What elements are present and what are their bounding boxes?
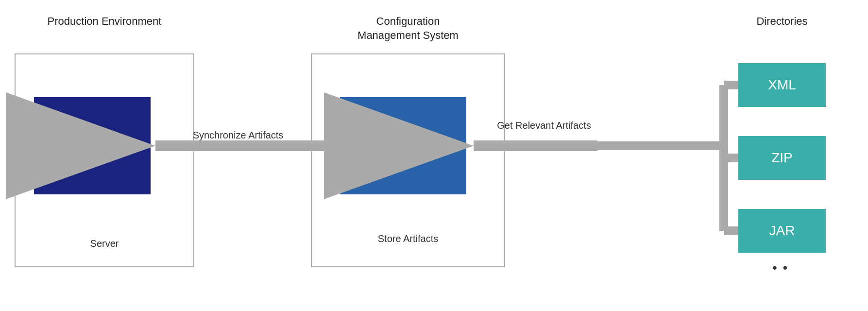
directories-label: Directories [729,15,835,29]
xml-dir-box: XML [738,63,826,107]
get-relevant-artifacts-label: Get Relevant Artifacts [495,119,593,132]
config-mgmt-label: ConfigurationManagement System [301,15,515,42]
synchronize-artifacts-label: Synchronize Artifacts [175,129,301,141]
more-dirs-dots: • • [772,260,788,276]
jar-dir-box: JAR [738,209,826,253]
deploying-artifacts-block: Deploying Artifacts [34,97,151,194]
server-label: Server [15,238,194,249]
puppet-master-block: Puppet Master [340,97,466,194]
diagram-container: Production Environment ConfigurationMana… [0,0,868,311]
store-artifacts-label: Store Artifacts [311,233,505,244]
production-env-label: Production Environment [15,15,194,29]
zip-dir-box: ZIP [738,136,826,180]
